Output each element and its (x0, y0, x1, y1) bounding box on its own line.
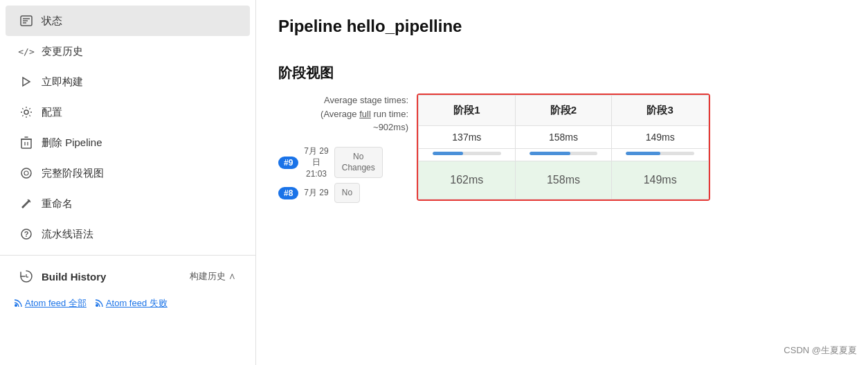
atom-feeds: Atom feed 全部 Atom feed 失败 (0, 292, 255, 315)
progress-bar-bg-2 (530, 152, 598, 155)
build-badge-9: #9 (278, 157, 298, 169)
full-stage-view-icon (19, 166, 33, 180)
stage-table-container: 阶段1 阶段2 阶段3 137ms 158ms 149ms (417, 94, 710, 201)
svg-rect-6 (21, 139, 31, 148)
build-history-sublabel: 构建历史 ∧ (190, 270, 236, 283)
build-row-9: #9 7月 29 日 21:03 No Changes (278, 145, 408, 180)
svg-point-11 (21, 168, 31, 178)
sidebar-item-delete-pipeline-label: 删除 Pipeline (42, 136, 102, 150)
sidebar-item-delete-pipeline[interactable]: 删除 Pipeline (6, 127, 250, 158)
build-history-icon (19, 269, 33, 283)
delete-pipeline-icon (19, 136, 33, 150)
page-title: Pipeline hello_pipelline (278, 17, 846, 36)
rename-icon (19, 197, 33, 211)
sidebar-item-pipeline-syntax-label: 流水线语法 (42, 228, 93, 241)
sidebar-item-full-stage-view[interactable]: 完整阶段视图 (6, 158, 250, 188)
avg-times-line1: Average stage times: (278, 94, 408, 107)
progress-bar-cell-2 (515, 149, 612, 161)
sidebar-item-full-stage-view-label: 完整阶段视图 (42, 167, 104, 180)
no-changes-box-9: No Changes (334, 147, 383, 178)
progress-bar-fill-2 (530, 152, 570, 155)
svg-point-19 (96, 304, 98, 307)
no-changes-line2: Changes (342, 163, 375, 174)
stage-view-wrapper: Average stage times: (Average full run t… (278, 94, 846, 203)
build-history-section: Build History 构建历史 ∧ (6, 261, 250, 292)
progress-bar-fill-3 (626, 152, 660, 155)
cell-value-stage3: 149ms (612, 161, 709, 199)
avg-value-stage3: 149ms (612, 126, 709, 149)
avg-value-stage2: 158ms (515, 126, 612, 149)
avg-times-text: Average stage times: (Average full run t… (278, 94, 408, 134)
build-history-label: Build History (42, 271, 181, 283)
svg-point-12 (24, 171, 28, 175)
build-date-8: 7月 29 (304, 187, 328, 199)
stage2-header: 阶段2 (515, 96, 612, 126)
sidebar-item-change-history-label: 变更历史 (42, 45, 83, 58)
config-icon (19, 105, 33, 119)
change-history-icon: </> (19, 44, 33, 58)
sidebar-item-config[interactable]: 配置 (6, 97, 250, 127)
build-badge-8: #8 (278, 187, 298, 199)
sidebar: 状态 </> 变更历史 立即构建 配置 (0, 0, 256, 365)
stage-table: 阶段1 阶段2 阶段3 137ms 158ms 149ms (418, 95, 709, 199)
status-icon (19, 14, 33, 28)
avg-times-line2: (Average full run time: (278, 107, 408, 121)
progress-bar-fill-1 (433, 152, 463, 155)
build-now-icon (19, 75, 33, 89)
sidebar-item-config-label: 配置 (42, 106, 62, 119)
csdn-watermark: CSDN @生夏夏夏 (784, 344, 857, 357)
sidebar-divider (0, 255, 255, 256)
svg-marker-4 (23, 78, 30, 86)
sidebar-item-rename[interactable]: 重命名 (6, 188, 250, 219)
cell-value-stage1: 162ms (419, 161, 516, 199)
svg-point-18 (15, 304, 17, 307)
avg-times-line3: ~902ms) (278, 121, 408, 134)
build-rows: #9 7月 29 日 21:03 No Changes #8 7月 29 (278, 145, 408, 204)
progress-bar-cell-3 (612, 149, 709, 161)
avg-value-stage1: 137ms (419, 126, 516, 149)
atom-feed-fail-label: Atom feed 失败 (106, 297, 168, 310)
stage-header-row: 阶段1 阶段2 阶段3 (419, 96, 709, 126)
build-row-8: #8 7月 29 No (278, 183, 408, 204)
no-changes-line1: No (342, 152, 375, 163)
svg-text:?: ? (24, 230, 29, 238)
progress-bar-cell-1 (419, 149, 516, 161)
pipeline-syntax-icon: ? (19, 227, 33, 241)
build-date-9: 7月 29 日 21:03 (304, 145, 328, 180)
cell-value-stage2: 158ms (515, 161, 612, 199)
stage3-header: 阶段3 (612, 96, 709, 126)
no-changes-box-8: No (334, 183, 360, 204)
stage1-header: 阶段1 (419, 96, 516, 126)
stage-left-info: Average stage times: (Average full run t… (278, 94, 417, 203)
progress-bars-row (419, 149, 709, 161)
sidebar-item-change-history[interactable]: </> 变更历史 (6, 36, 250, 66)
cell-values-row: 162ms 158ms 149ms (419, 161, 709, 199)
csdn-watermark-text: CSDN @生夏夏夏 (784, 345, 857, 355)
atom-feed-all-label: Atom feed 全部 (25, 297, 87, 310)
atom-feed-all[interactable]: Atom feed 全部 (14, 297, 87, 310)
sidebar-item-status-label: 状态 (42, 15, 62, 28)
main-content: Pipeline hello_pipelline 阶段视图 Average st… (256, 0, 868, 365)
sidebar-item-pipeline-syntax[interactable]: ? 流水线语法 (6, 219, 250, 249)
svg-point-5 (24, 110, 28, 114)
progress-bar-bg-1 (433, 152, 501, 155)
stage-view-title: 阶段视图 (278, 64, 846, 82)
sidebar-item-rename-label: 重命名 (42, 197, 73, 211)
atom-feed-fail[interactable]: Atom feed 失败 (95, 297, 168, 310)
progress-bar-bg-3 (626, 152, 694, 155)
sidebar-item-status[interactable]: 状态 (6, 6, 250, 36)
sidebar-item-build-now[interactable]: 立即构建 (6, 66, 250, 97)
avg-values-row: 137ms 158ms 149ms (419, 126, 709, 149)
sidebar-item-build-now-label: 立即构建 (42, 75, 83, 89)
